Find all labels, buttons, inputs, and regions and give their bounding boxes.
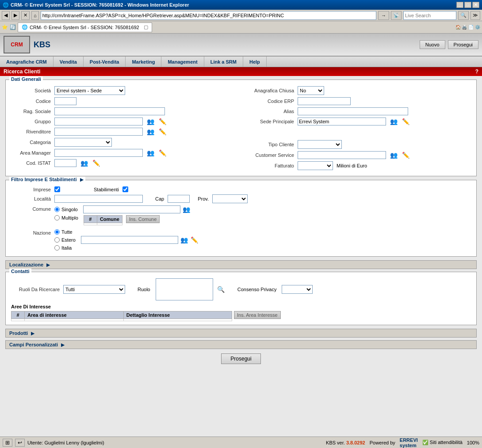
gruppo-search-icon[interactable]: 👥 [146, 118, 155, 125]
estero-search-icon[interactable]: 👥 [180, 236, 188, 243]
active-tab[interactable]: 🌐 CRM- © Errevi System Srl - SESSION: 76… [18, 23, 152, 32]
gruppo-label: Gruppo [11, 119, 51, 124]
estero-label: Estero [61, 237, 76, 243]
prosegui-bottom-button[interactable]: Prosegui [221, 353, 260, 364]
close-btn[interactable]: ✕ [472, 2, 479, 8]
home-btn[interactable]: ⌂ [31, 11, 39, 20]
live-search-input[interactable] [403, 11, 456, 20]
italia-radio[interactable] [54, 245, 60, 251]
comune-empty-row [84, 223, 122, 225]
ruolo-listbox[interactable] [156, 278, 213, 300]
categoria-select[interactable] [54, 138, 112, 147]
multiplo-radio[interactable] [54, 215, 60, 220]
ins-area-btn[interactable]: Ins. Area Interesse [234, 311, 281, 319]
ins-comune-btn[interactable]: Ins. Comune [126, 215, 160, 223]
imprese-checkbox[interactable] [54, 186, 60, 192]
singolo-radio[interactable] [54, 207, 60, 212]
rivenditore-search-icon[interactable]: 👥 [146, 128, 155, 135]
nav-post-vendita[interactable]: Post-Vendita [84, 57, 126, 67]
prov-select[interactable] [212, 194, 248, 203]
codice-erp-label: Codice ERP [245, 99, 294, 104]
ruoli-select[interactable]: Tutti [63, 285, 125, 294]
ruoli-da-ricercare-label: Ruoli Da Ricercare [11, 287, 60, 292]
alias-input[interactable] [298, 107, 408, 115]
singolo-search-icon[interactable]: 👥 [182, 206, 191, 213]
anagrafica-chiusa-select[interactable]: NoSi [298, 86, 324, 95]
sede-edit-icon[interactable]: ✏️ [402, 118, 410, 125]
nav-link-srm[interactable]: Link a SRM [204, 57, 243, 67]
nav-management[interactable]: Management [161, 57, 204, 67]
rss-btn[interactable]: 📡 [391, 11, 402, 20]
singolo-input[interactable] [83, 205, 180, 213]
anagrafica-chiusa-row: Anagrafica Chiusa NoSi [245, 86, 471, 95]
fatturato-row: Fatturato Milioni di Euro [245, 161, 471, 170]
estero-radio[interactable] [54, 237, 60, 243]
estero-edit-icon[interactable]: ✏️ [190, 236, 199, 243]
tipo-cliente-select[interactable] [298, 140, 342, 149]
siti-status: ✅ Siti attendibilità [422, 440, 463, 445]
codice-input[interactable] [54, 97, 77, 105]
categoria-row: Categoria [11, 138, 237, 147]
nazione-label: Nazione [11, 230, 51, 235]
fatturato-label: Fatturato [245, 163, 294, 168]
comune-table: # Comune [84, 215, 122, 225]
nav-anagrafiche[interactable]: Anagrafiche CRM [0, 57, 54, 67]
nav-vendita[interactable]: Vendita [54, 57, 84, 67]
errevi-brand: ERREVIsystem [400, 437, 418, 448]
forward-btn[interactable]: ▶ [11, 11, 19, 20]
codice-erp-input[interactable] [298, 97, 351, 105]
cod-istat-input[interactable] [54, 159, 77, 167]
customer-service-input[interactable] [298, 151, 386, 159]
localita-input[interactable] [54, 195, 143, 203]
help-icon[interactable]: ? [475, 68, 478, 75]
customer-service-edit-icon[interactable]: ✏️ [402, 152, 410, 159]
gruppo-input[interactable] [54, 118, 143, 125]
address-input[interactable] [41, 11, 376, 20]
nuovo-button[interactable]: Nuovo [420, 40, 445, 49]
window-title: CRM- © Errevi System Srl - SESSION: 7650… [11, 2, 189, 8]
nav-help[interactable]: Help [243, 57, 267, 67]
localizzazione-section[interactable]: Localizzazione ▶ [5, 260, 477, 269]
tutte-row: Tutte [54, 229, 199, 235]
cap-input[interactable] [168, 195, 190, 203]
tutte-radio[interactable] [54, 229, 60, 235]
back-status-icon[interactable]: ↩ [15, 439, 25, 447]
ruolo-search-icon[interactable]: 🔍 [217, 286, 225, 293]
tools-expand-btn[interactable]: ≫ [471, 11, 480, 20]
cod-istat-edit-icon[interactable]: ✏️ [92, 159, 100, 167]
prodotti-section[interactable]: Prodotti ▶ [5, 329, 477, 338]
campi-personalizzati-section[interactable]: Campi Personalizzati ▶ [5, 340, 477, 349]
sede-principale-input[interactable] [298, 118, 386, 125]
area-manager-search-icon[interactable]: 👥 [146, 149, 155, 156]
cod-istat-search-icon[interactable]: 👥 [80, 159, 88, 167]
rivenditore-input[interactable] [54, 128, 143, 136]
estero-input[interactable] [81, 236, 178, 244]
maximize-btn[interactable]: □ [464, 2, 471, 8]
consenso-privacy-select[interactable] [282, 285, 313, 294]
kbs-version-num: 3.8.0292 [346, 440, 365, 445]
societa-select[interactable]: Errevi system - Sede [54, 86, 125, 95]
alias-label: Alias [245, 109, 294, 114]
customer-service-search-icon[interactable]: 👥 [390, 152, 398, 159]
gruppo-edit-icon[interactable]: ✏️ [158, 118, 167, 125]
sede-principale-label: Sede Principale [245, 119, 294, 124]
prosegui-header-button[interactable]: Prosegui [448, 40, 478, 49]
minimize-btn[interactable]: _ [456, 2, 463, 8]
search-btn[interactable]: 🔍 [458, 11, 469, 20]
area-manager-input[interactable] [54, 149, 143, 157]
prov-label: Prov. [198, 196, 209, 201]
stabilimenti-label: Stabilimenti [94, 187, 119, 192]
area-manager-edit-icon[interactable]: ✏️ [158, 149, 167, 156]
start-icon[interactable]: ⊞ [3, 439, 12, 447]
refresh-btn[interactable]: ✕ [21, 11, 30, 20]
societa-row: Società Errevi system - Sede [11, 86, 237, 95]
rivenditore-edit-icon[interactable]: ✏️ [158, 128, 167, 135]
rag-sociale-input[interactable] [54, 107, 165, 115]
nav-marketing[interactable]: Marketing [126, 57, 161, 67]
localizzazione-label: Localizzazione ▶ [9, 262, 50, 267]
fatturato-select[interactable] [298, 161, 333, 170]
stabilimenti-checkbox[interactable] [122, 186, 128, 192]
sede-search-icon[interactable]: 👥 [390, 118, 398, 125]
back-btn[interactable]: ◀ [2, 11, 10, 20]
go-btn[interactable]: → [378, 11, 389, 20]
